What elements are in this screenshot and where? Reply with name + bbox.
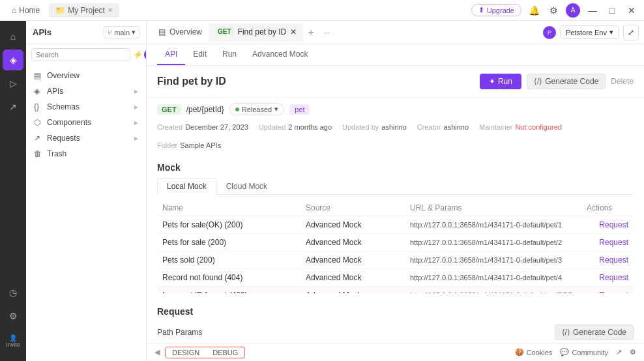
updated-by-meta: Updated by ashinno (342, 123, 407, 131)
row-action[interactable]: Request (581, 269, 634, 287)
row-url: http://127.0.0.1:3658/m1/434171-0-defaul… (405, 234, 581, 252)
cookies-button[interactable]: 🍪 Cookies (515, 348, 553, 356)
api-info: GET /pet/{petId} Released ▾ pet (147, 98, 644, 121)
row-url: http://127.0.0.1:3658/m1/434171-0-defaul… (405, 216, 581, 234)
avatar[interactable]: A (566, 3, 580, 18)
more-tabs-button[interactable]: ··· (319, 25, 334, 40)
search-input[interactable] (31, 48, 130, 61)
row-action[interactable]: Request (581, 287, 634, 294)
sidebar-item-requests[interactable]: ↗ Requests ▸ (26, 130, 146, 146)
apis-icon: ◈ (34, 87, 43, 96)
share-bottom-icon[interactable]: ↗ (616, 348, 622, 356)
close-tab-icon[interactable]: ✕ (108, 7, 113, 14)
project-tab[interactable]: 📁 My Project ✕ (49, 3, 119, 18)
maintainer-meta: Maintainer Not configured (479, 123, 562, 131)
row-name: Record not found (404) (157, 269, 300, 287)
schemas-expand-icon: ▸ (134, 102, 138, 111)
upgrade-button[interactable]: ⬆ Upgrade (471, 4, 521, 16)
tab-run[interactable]: Run (214, 44, 244, 65)
requests-icon: ↗ (34, 134, 43, 143)
row-action[interactable]: Request (581, 216, 634, 234)
sidebar-item-components[interactable]: ⬡ Components ▸ (26, 115, 146, 130)
maximize-icon[interactable]: □ (605, 3, 619, 18)
tab-overview[interactable]: ▤ Overview (152, 23, 209, 42)
row-action[interactable]: Request (581, 234, 634, 252)
mock-table: Name Source URL & Params Actions Pets fo… (157, 200, 634, 293)
top-right-actions: ⬆ Upgrade 🔔 ⚙ A — □ ✕ (471, 3, 639, 18)
sidebar-title: APIs (33, 27, 51, 37)
request-title: Request (157, 306, 634, 317)
bottom-bar: ◀ DESIGN DEBUG 🍪 Cookies 💬 Community ↗ ⚙ (147, 343, 644, 361)
minimize-icon[interactable]: — (585, 3, 600, 18)
trash-icon: 🗑 (34, 149, 43, 158)
settings-bottom-icon[interactable]: ⚙ (630, 348, 636, 356)
tab-find-pet[interactable]: GET Find pet by ID ✕ (209, 23, 303, 42)
sidebar-item-trash[interactable]: 🗑 Trash (26, 146, 146, 162)
tab-api[interactable]: API (157, 44, 185, 65)
sidebar-item-testing[interactable]: ▷ (3, 73, 23, 94)
path-params-generate-code-button[interactable]: ⟨/⟩ Generate Code (555, 325, 634, 340)
sidebar-item-apis[interactable]: ◈ APIs ▸ (26, 83, 146, 99)
sidebar-item-apis[interactable]: ◈ (3, 50, 23, 70)
env-color-dot: P (543, 26, 556, 39)
creator-meta: Creator ashinno (417, 123, 469, 131)
sidebar-nav: ▤ Overview ◈ APIs ▸ {} Schemas ▸ ⬡ Compo… (26, 65, 146, 361)
sidebar-item-share[interactable]: ↗ (3, 96, 23, 117)
nav-sidebar: APIs ⑂ main ▾ ⚡ + ▤ Overview ◈ (26, 21, 147, 361)
sidebar-item-schemas[interactable]: {} Schemas ▸ (26, 99, 146, 115)
close-window-icon[interactable]: ✕ (624, 3, 639, 18)
sidebar-item-home[interactable]: ⌂ (3, 26, 23, 47)
cloud-mock-tab[interactable]: Cloud Mock (216, 178, 277, 194)
design-tab[interactable]: DESIGN (166, 347, 206, 358)
sidebar-item-overview[interactable]: ▤ Overview (26, 68, 146, 83)
sidebar-item-history[interactable]: ◷ (3, 282, 23, 303)
delete-button[interactable]: Delete (611, 77, 634, 86)
method-badge-small: GET (215, 27, 234, 36)
debug-tab[interactable]: DEBUG (206, 347, 244, 358)
close-tab-find-pet-icon[interactable]: ✕ (290, 27, 297, 36)
sidebar-item-invite[interactable]: 👤 Invite (3, 332, 23, 351)
filter-icon[interactable]: ⚡ (133, 50, 143, 59)
run-button[interactable]: ✦ Run (480, 74, 521, 89)
table-row: Pets for sale (200) Advanced Mock http:/… (157, 234, 634, 252)
overview-tab-icon: ▤ (158, 27, 166, 36)
status-chevron-icon: ▾ (274, 105, 278, 113)
local-mock-tab[interactable]: Local Mock (157, 178, 216, 195)
mock-section: Mock Local Mock Cloud Mock Name Source U… (147, 154, 644, 293)
sidebar-item-settings[interactable]: ⚙ (3, 306, 23, 326)
row-name: Pets for sale (200) (157, 234, 300, 252)
mock-title: Mock (157, 162, 634, 173)
row-url: http://127.0.0.1:3658/m1/434171-0-defaul… (405, 269, 581, 287)
search-icons: ⚡ + (133, 49, 147, 61)
row-source: Advanced Mock (300, 234, 405, 252)
chevron-down-icon: ▾ (132, 28, 136, 36)
row-action[interactable]: Request (581, 252, 634, 269)
th-source: Source (300, 200, 405, 216)
th-name: Name (157, 200, 300, 216)
path-params-label: Path Params (157, 328, 202, 337)
community-button[interactable]: 💬 Community (560, 348, 608, 356)
env-selector[interactable]: Petstore Env ▾ (560, 25, 619, 39)
tab-advanced-mock[interactable]: Advanced Mock (244, 44, 315, 65)
bell-icon[interactable]: 🔔 (527, 3, 541, 18)
sidebar-header: APIs ⑂ main ▾ (26, 21, 146, 44)
row-name: Pets sold (200) (157, 252, 300, 269)
collapse-icon[interactable]: ◀ (154, 348, 160, 356)
api-header: Find pet by ID ✦ Run ⟨/⟩ Generate Code D… (147, 66, 644, 98)
path-params-header: Path Params ⟨/⟩ Generate Code (157, 322, 634, 343)
settings-gear-icon[interactable]: ⚙ (546, 3, 561, 18)
generate-code-button[interactable]: ⟨/⟩ Generate Code (527, 74, 606, 89)
tab-edit[interactable]: Edit (185, 44, 214, 65)
schemas-icon: {} (34, 102, 43, 111)
home-tab[interactable]: ⌂ Home (5, 3, 46, 18)
folder-meta: Folder Sample APIs (157, 141, 221, 149)
top-bar: ⌂ Home 📁 My Project ✕ ⬆ Upgrade 🔔 ⚙ A — … (0, 0, 644, 21)
api-title: Find pet by ID (157, 76, 480, 87)
env-chevron-icon: ▾ (609, 28, 613, 36)
status-badge[interactable]: Released ▾ (229, 103, 284, 115)
project-icon: 📁 (55, 6, 65, 15)
created-meta: Created December 27, 2023 (157, 123, 248, 131)
expand-button[interactable]: ⤢ (623, 25, 639, 40)
add-tab-button[interactable]: + (303, 25, 319, 40)
branch-selector[interactable]: ⑂ main ▾ (104, 26, 139, 38)
